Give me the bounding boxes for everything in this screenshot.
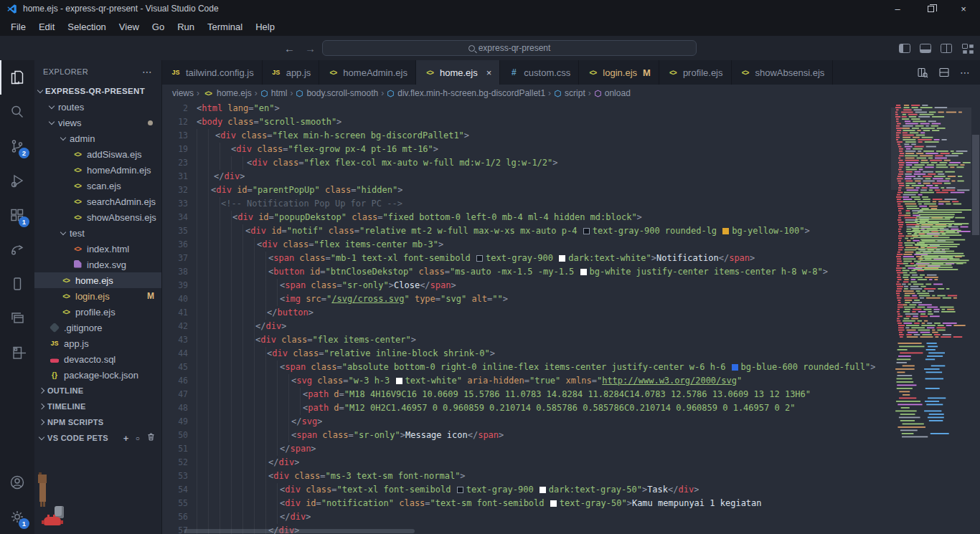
line-number[interactable]: 32: [162, 183, 188, 197]
code-line[interactable]: 31</div>: [162, 170, 891, 183]
activity-run-debug-button[interactable]: [0, 163, 34, 198]
tree-item-app-js[interactable]: JSapp.js: [34, 335, 161, 351]
code-line[interactable]: 34<div id="popupDekstop" class="fixed bo…: [162, 211, 891, 224]
split-editor-icon[interactable]: [938, 67, 950, 78]
tab-custom-css[interactable]: #custom.css: [500, 60, 579, 85]
activity-remote-storage-button[interactable]: [0, 335, 34, 370]
line-number[interactable]: 35: [162, 224, 188, 238]
line-number[interactable]: 54: [162, 483, 188, 497]
activity-search-button[interactable]: [0, 95, 34, 129]
menu-edit[interactable]: Edit: [32, 17, 61, 36]
line-number[interactable]: 39: [162, 279, 188, 292]
menu-go[interactable]: Go: [146, 17, 171, 36]
nav-forward-icon[interactable]: →: [305, 42, 316, 54]
nav-back-icon[interactable]: ←: [284, 42, 295, 54]
line-number[interactable]: 48: [162, 401, 188, 415]
code-line[interactable]: 42</div>: [162, 320, 891, 333]
toggle-secondary-sidebar-icon[interactable]: [941, 44, 952, 53]
toggle-panel-icon[interactable]: [920, 44, 931, 53]
roll-call-icon[interactable]: ○: [136, 434, 140, 442]
restore-button[interactable]: [914, 0, 947, 17]
activity-account-button[interactable]: [0, 465, 34, 500]
code-line[interactable]: 43<div class="flex items-center">: [162, 333, 891, 347]
open-changes-icon[interactable]: [917, 67, 928, 78]
tab-homeadmin-ejs[interactable]: <>homeAdmin.ejs: [319, 60, 416, 85]
menu-view[interactable]: View: [113, 17, 146, 36]
horizontal-scrollbar-slider[interactable]: [184, 529, 415, 533]
customize-layout-icon[interactable]: [961, 43, 973, 53]
code-line[interactable]: 44<div class="relative inline-block shri…: [162, 347, 891, 361]
tree-item-login-ejs[interactable]: <>login.ejsM: [34, 288, 161, 304]
tab-tailwind-config-js[interactable]: JStailwind.config.js: [162, 60, 263, 85]
vertical-scrollbar-slider[interactable]: [972, 135, 979, 235]
delete-pets-icon[interactable]: [146, 432, 156, 444]
code-line[interactable]: 37<span class="mb-1 text-xl font-semibol…: [162, 252, 891, 265]
pet-crab[interactable]: [42, 515, 63, 526]
code-line[interactable]: 33<!-- Notification Pop Up for PC -->: [162, 197, 891, 211]
command-center[interactable]: express-qr-present: [322, 40, 697, 56]
code-line[interactable]: 48<path d="M12 0H2C1.46957 0 0.960859 0.…: [162, 401, 891, 415]
code-line[interactable]: 53<div class="ms-3 text-sm font-normal">: [162, 469, 891, 483]
activity-mobile-view-button[interactable]: [0, 267, 34, 301]
code-line[interactable]: 2<html lang="en">: [162, 102, 891, 115]
line-number[interactable]: 49: [162, 415, 188, 429]
menu-terminal[interactable]: Terminal: [201, 17, 249, 36]
line-number[interactable]: 51: [162, 442, 188, 456]
tree-item-index-html[interactable]: <>index.html: [34, 241, 161, 257]
activity-live-share-button[interactable]: [0, 232, 34, 267]
tree-item-searchadmin-ejs[interactable]: <>searchAdmin.ejs: [34, 194, 161, 209]
menu-run[interactable]: Run: [171, 17, 201, 36]
breadcrumb-item[interactable]: div.flex.min-h-screen.bg-discordPallet1: [387, 88, 545, 98]
tab-showabsensi-ejs[interactable]: <>showAbsensi.ejs: [732, 60, 834, 85]
breadcrumb-item[interactable]: onload: [594, 88, 631, 98]
code-line[interactable]: 55<div id="notification" class="text-sm …: [162, 497, 891, 510]
line-number[interactable]: 46: [162, 374, 188, 388]
line-number[interactable]: 43: [162, 333, 188, 347]
tab-login-ejs[interactable]: <>login.ejsM: [579, 60, 659, 85]
tree-item-routes[interactable]: routes: [34, 99, 161, 115]
section-outline[interactable]: OUTLINE: [34, 383, 161, 399]
line-number[interactable]: 45: [162, 361, 188, 374]
code-line[interactable]: 36<div class="flex items-center mb-3">: [162, 238, 891, 252]
line-number[interactable]: 36: [162, 238, 188, 252]
code-editor[interactable]: 2<html lang="en">12<body class="scroll-s…: [162, 102, 980, 534]
activity-explorer-button[interactable]: [0, 60, 34, 95]
tree-item-index-svg[interactable]: index.svg: [34, 257, 161, 272]
menu-help[interactable]: Help: [249, 17, 281, 36]
activity-settings-button[interactable]: 1: [0, 500, 34, 534]
line-number[interactable]: 47: [162, 388, 188, 401]
menu-file[interactable]: File: [4, 17, 32, 36]
code-line[interactable]: 35<div id="notif" class="relative mt-2 w…: [162, 224, 891, 238]
code-line[interactable]: 39<span class="sr-only">Close</span>: [162, 279, 891, 292]
tree-item-showabsensi-ejs[interactable]: <>showAbsensi.ejs: [34, 209, 161, 225]
section-timeline[interactable]: TIMELINE: [34, 399, 161, 414]
code-line[interactable]: 13<div class="flex min-h-screen bg-disco…: [162, 129, 891, 143]
tree-item-scan-ejs[interactable]: <>scan.ejs: [34, 178, 161, 194]
breadcrumb-item[interactable]: views: [172, 88, 194, 98]
tab-profile-ejs[interactable]: <>profile.ejs: [659, 60, 732, 85]
tree-item-devaccto-sql[interactable]: devaccto.sql: [34, 351, 161, 367]
line-number[interactable]: 19: [162, 143, 188, 156]
toggle-sidebar-icon[interactable]: [899, 44, 910, 53]
line-number[interactable]: 44: [162, 347, 188, 361]
close-button[interactable]: ×: [947, 0, 980, 17]
code-line[interactable]: 12<body class="scroll-smooth">: [162, 115, 891, 129]
line-number[interactable]: 38: [162, 265, 188, 279]
add-pet-icon[interactable]: +: [123, 433, 129, 444]
code-line[interactable]: 56</div>: [162, 510, 891, 524]
section-npm-scripts[interactable]: NPM SCRIPTS: [34, 414, 161, 430]
tree-item-homeadmin-ejs[interactable]: <>homeAdmin.ejs: [34, 162, 161, 178]
tree-item-profile-ejs[interactable]: <>profile.ejs: [34, 304, 161, 320]
line-number[interactable]: 23: [162, 156, 188, 170]
code-line[interactable]: 51</span>: [162, 442, 891, 456]
code-line[interactable]: 38<button id="btnCloseDekstop" class="ms…: [162, 265, 891, 279]
code-line[interactable]: 47<path d="M18 4H16V9C16 10.0609 15.5786…: [162, 388, 891, 401]
explorer-more-icon[interactable]: ⋯: [142, 66, 153, 77]
minimap[interactable]: [891, 102, 971, 534]
minimize-button[interactable]: –: [881, 0, 914, 17]
code-line[interactable]: 45<span class="absolute bottom-0 right-0…: [162, 361, 891, 374]
line-number[interactable]: 12: [162, 115, 188, 129]
code-line[interactable]: 54<div class="text-xl font-semibold text…: [162, 483, 891, 497]
line-number[interactable]: 13: [162, 129, 188, 143]
activity-source-control-button[interactable]: 2: [0, 129, 34, 163]
